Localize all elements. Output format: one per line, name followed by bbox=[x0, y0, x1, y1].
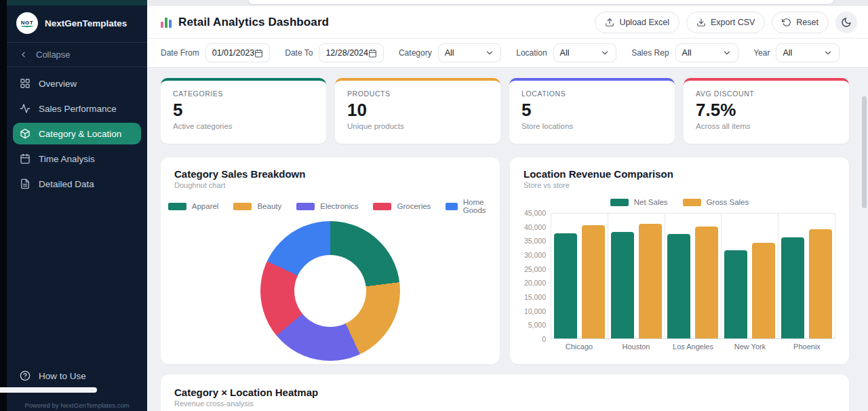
chevron-down-icon bbox=[823, 48, 833, 58]
stat-label: CATEGORIES bbox=[173, 90, 314, 98]
date-to-input[interactable]: 12/28/2024 bbox=[319, 43, 384, 62]
stat-card-products: PRODUCTS10Unique products bbox=[335, 78, 500, 144]
y-tick-label: 20,000 bbox=[524, 279, 546, 287]
legend-swatch bbox=[683, 199, 701, 206]
year-select[interactable]: All bbox=[776, 43, 840, 62]
card-subtitle: Store vs store bbox=[524, 181, 835, 189]
legend-item-electronics[interactable]: Electronics bbox=[296, 202, 358, 210]
sidebar-item-overview[interactable]: Overview bbox=[13, 73, 141, 94]
upload-excel-button[interactable]: Upload Excel bbox=[595, 12, 679, 33]
collapse-label: Collapse bbox=[36, 50, 71, 60]
legend-swatch bbox=[168, 203, 186, 210]
sidebar-horizontal-scrollbar[interactable] bbox=[0, 387, 97, 393]
filter-label-date-to: Date To bbox=[285, 48, 313, 58]
bar-chart-emoji-icon bbox=[161, 17, 173, 28]
y-axis: 45,00040,00035,00030,00025,00020,00015,0… bbox=[524, 213, 551, 339]
moon-icon bbox=[841, 17, 852, 28]
donut-legend: ApparelBeautyElectronicsGroceriesHome Go… bbox=[174, 198, 486, 214]
titlebar: Retail Analytics Dashboard Upload ExcelE… bbox=[147, 6, 868, 39]
stat-subtitle: Across all items bbox=[696, 122, 837, 130]
filter-bar: Date From01/01/2023Date To12/28/2024Cate… bbox=[147, 39, 868, 68]
y-tick-label: 40,000 bbox=[524, 223, 546, 231]
chevron-down-icon bbox=[485, 48, 494, 58]
sidebar-item-sales-performance[interactable]: Sales Performance bbox=[13, 98, 141, 119]
bar-gross-sales-los-angeles bbox=[695, 227, 718, 338]
sidebar-item-how-to-use[interactable]: How to Use bbox=[13, 365, 141, 387]
export-csv-button[interactable]: Export CSV bbox=[686, 12, 765, 33]
legend-label: Gross Sales bbox=[707, 198, 749, 206]
legend-item-home-goods[interactable]: Home Goods bbox=[446, 198, 492, 214]
location-select[interactable]: All bbox=[553, 43, 617, 62]
sidebar-item-detailed-data[interactable]: Detailed Data bbox=[13, 173, 141, 195]
filter-label-date-from: Date From bbox=[161, 48, 199, 58]
reset-button[interactable]: Reset bbox=[772, 12, 829, 33]
category-select[interactable]: All bbox=[438, 43, 502, 62]
legend-label: Groceries bbox=[397, 202, 431, 210]
download-icon bbox=[696, 18, 706, 27]
activity-icon bbox=[20, 103, 31, 114]
legend-item-groceries[interactable]: Groceries bbox=[373, 202, 431, 210]
sales-rep-select[interactable]: All bbox=[675, 43, 739, 62]
legend-swatch bbox=[446, 203, 457, 210]
help-circle-icon bbox=[20, 370, 31, 381]
browser-omnibox-partial[interactable] bbox=[248, 0, 834, 5]
filter-label-year: Year bbox=[753, 48, 770, 58]
x-tick-label: Houston bbox=[608, 342, 665, 351]
page-scrollbar-thumb[interactable] bbox=[862, 96, 867, 208]
legend-item-apparel[interactable]: Apparel bbox=[168, 202, 219, 210]
x-tick-label: New York bbox=[722, 342, 778, 351]
card-subtitle: Doughnut chart bbox=[174, 181, 486, 189]
stat-card-avg-discount: AVG DISCOUNT7.5%Across all items bbox=[684, 78, 849, 144]
stat-value: 5 bbox=[173, 100, 314, 120]
x-axis-labels: ChicagoHoustonLos AngelesNew YorkPhoenix bbox=[551, 342, 835, 351]
button-label: Upload Excel bbox=[619, 18, 669, 27]
stat-subtitle: Store locations bbox=[521, 122, 663, 130]
filter-value: All bbox=[783, 48, 792, 58]
bar-plot-area bbox=[551, 213, 835, 339]
stat-value: 7.5% bbox=[696, 100, 837, 120]
bar-group-phoenix bbox=[778, 214, 835, 338]
legend-item-net-sales[interactable]: Net Sales bbox=[610, 198, 668, 206]
stat-value: 5 bbox=[521, 100, 663, 120]
bar-group-new-york bbox=[722, 214, 778, 338]
bar-legend: Net SalesGross Sales bbox=[524, 198, 835, 206]
filter-value: 01/01/2023 bbox=[212, 48, 255, 58]
sidebar-item-label: Sales Performance bbox=[39, 104, 117, 114]
filter-label-sales-rep: Sales Rep bbox=[631, 48, 669, 58]
legend-label: Net Sales bbox=[634, 198, 668, 206]
y-tick-label: 25,000 bbox=[524, 265, 546, 273]
bar-gross-sales-chicago bbox=[582, 225, 605, 338]
file-text-icon bbox=[20, 178, 31, 189]
sidebar-item-time-analysis[interactable]: Time Analysis bbox=[13, 148, 141, 170]
legend-item-gross-sales[interactable]: Gross Sales bbox=[683, 198, 749, 206]
bar-group-houston bbox=[608, 214, 665, 338]
calendar-icon bbox=[254, 49, 263, 58]
x-tick-label: Chicago bbox=[551, 342, 608, 351]
calendar-icon bbox=[368, 49, 377, 58]
legend-label: Electronics bbox=[320, 202, 358, 210]
bar-gross-sales-new-york bbox=[752, 243, 775, 338]
sidebar-item-label: Category & Location bbox=[39, 129, 121, 139]
legend-label: Beauty bbox=[257, 202, 281, 210]
bar-gross-sales-houston bbox=[639, 224, 662, 338]
sidebar-nav: OverviewSales PerformanceCategory & Loca… bbox=[7, 67, 147, 200]
sidebar-item-category-location[interactable]: Category & Location bbox=[13, 123, 141, 144]
legend-swatch bbox=[373, 203, 391, 210]
reset-icon bbox=[782, 18, 791, 27]
y-tick-label: 0 bbox=[542, 335, 546, 343]
card-title: Location Revenue Comparison bbox=[524, 168, 835, 180]
filter-value: All bbox=[560, 48, 570, 58]
collapse-button[interactable]: Collapse bbox=[7, 43, 147, 66]
stat-label: AVG DISCOUNT bbox=[696, 90, 837, 98]
legend-label: Apparel bbox=[192, 202, 219, 210]
date-from-input[interactable]: 01/01/2023 bbox=[205, 43, 271, 62]
filter-label-category: Category bbox=[399, 48, 432, 58]
legend-item-beauty[interactable]: Beauty bbox=[233, 202, 281, 210]
how-to-use-label: How to Use bbox=[39, 371, 86, 381]
stat-label: LOCATIONS bbox=[521, 90, 663, 98]
y-tick-label: 15,000 bbox=[524, 293, 546, 301]
chevron-down-icon bbox=[600, 48, 610, 58]
y-tick-label: 45,000 bbox=[524, 209, 546, 217]
stat-subtitle: Unique products bbox=[347, 122, 488, 130]
theme-toggle-button[interactable] bbox=[835, 12, 857, 33]
